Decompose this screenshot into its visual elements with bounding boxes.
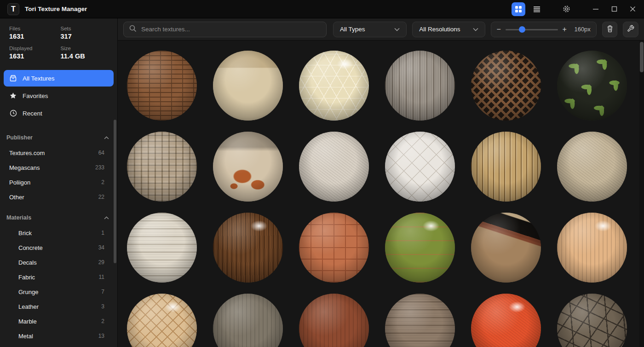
filter-item-decals[interactable]: Decals 29 xyxy=(0,255,117,270)
app-logo: T xyxy=(7,3,19,15)
maximize-button[interactable] xyxy=(607,2,621,16)
texture-item[interactable] xyxy=(127,132,197,202)
sidebar-scrollbar-thumb[interactable] xyxy=(114,120,116,263)
filter-item-leather[interactable]: Leather 3 xyxy=(0,299,117,314)
zoom-in-button[interactable]: + xyxy=(563,26,567,33)
sidebar-item-recent[interactable]: Recent xyxy=(4,105,114,121)
texture-item[interactable] xyxy=(299,51,369,121)
filter-item-concrete[interactable]: Concrete 34 xyxy=(0,240,117,255)
texture-thumbnail[interactable] xyxy=(127,51,197,121)
stat-label: Size xyxy=(61,46,109,51)
texture-item[interactable] xyxy=(213,51,283,121)
filter-item-label: Poliigon xyxy=(9,179,30,186)
texture-item[interactable] xyxy=(471,213,541,283)
texture-thumbnail[interactable] xyxy=(213,51,283,121)
filter-item-brick[interactable]: Brick 1 xyxy=(0,226,117,240)
texture-item[interactable] xyxy=(471,51,541,121)
filter-item-label: Concrete xyxy=(18,244,43,251)
texture-item[interactable] xyxy=(127,294,197,347)
texture-item[interactable] xyxy=(385,132,455,202)
delete-button[interactable] xyxy=(602,22,618,37)
texture-thumbnail[interactable] xyxy=(557,51,627,121)
texture-thumbnail[interactable] xyxy=(299,213,369,283)
filter-item-count: 2 xyxy=(101,179,104,185)
texture-thumbnail[interactable] xyxy=(385,132,455,202)
texture-item[interactable] xyxy=(557,132,627,202)
texture-thumbnail[interactable] xyxy=(127,132,197,202)
texture-thumbnail[interactable] xyxy=(299,294,369,347)
texture-item[interactable] xyxy=(127,213,197,283)
filter-item-count: 22 xyxy=(98,194,104,200)
texture-item[interactable] xyxy=(213,132,283,202)
filter-item-count: 11 xyxy=(99,274,104,280)
grid-scrollbar-thumb[interactable] xyxy=(640,42,644,72)
filter-item-poliigon[interactable]: Poliigon 2 xyxy=(0,175,117,190)
sidebar-item-all-textures[interactable]: All Textures xyxy=(4,70,114,87)
texture-thumbnail[interactable] xyxy=(471,213,541,283)
texture-item[interactable] xyxy=(213,294,283,347)
texture-thumbnail[interactable] xyxy=(299,132,369,202)
search-box[interactable] xyxy=(123,22,327,37)
texture-thumbnail[interactable] xyxy=(471,132,541,202)
sidebar-item-favorites[interactable]: Favorites xyxy=(4,87,114,104)
filter-item-metal[interactable]: Metal 13 xyxy=(0,329,117,343)
texture-thumbnail[interactable] xyxy=(471,51,541,121)
texture-thumbnail[interactable] xyxy=(385,213,455,283)
filter-item-nature[interactable]: Nature 7 xyxy=(0,343,117,347)
texture-thumbnail[interactable] xyxy=(471,294,541,347)
tools-button[interactable] xyxy=(623,22,638,37)
filter-item-textures-com[interactable]: Textures.com 64 xyxy=(0,145,117,160)
texture-item[interactable] xyxy=(385,294,455,347)
texture-thumbnail[interactable] xyxy=(213,294,283,347)
texture-item[interactable] xyxy=(385,213,455,283)
texture-item[interactable] xyxy=(299,213,369,283)
search-input[interactable] xyxy=(141,26,321,33)
filter-item-count: 7 xyxy=(101,289,104,295)
texture-thumbnail[interactable] xyxy=(127,213,197,283)
texture-thumbnail[interactable] xyxy=(557,294,627,347)
texture-thumbnail[interactable] xyxy=(213,132,283,202)
texture-item[interactable] xyxy=(557,213,627,283)
filter-item-other[interactable]: Other 22 xyxy=(0,190,117,204)
texture-thumbnail[interactable] xyxy=(385,294,455,347)
type-filter-dropdown[interactable]: All Types xyxy=(333,22,407,37)
section-header-publisher[interactable]: Publisher xyxy=(0,132,117,144)
texture-item[interactable] xyxy=(127,51,197,121)
filter-item-grunge[interactable]: Grunge 7 xyxy=(0,284,117,299)
texture-item[interactable] xyxy=(213,213,283,283)
texture-item[interactable] xyxy=(385,51,455,121)
texture-item[interactable] xyxy=(299,132,369,202)
texture-thumbnail[interactable] xyxy=(557,213,627,283)
texture-item[interactable] xyxy=(557,51,627,121)
titlebar: T Tori Texture Manager xyxy=(0,0,644,18)
section-header-materials[interactable]: Materials xyxy=(0,212,117,224)
texture-item[interactable] xyxy=(557,294,627,347)
thumbnail-zoom-control: − + 160px xyxy=(491,22,597,37)
texture-thumbnail[interactable] xyxy=(557,132,627,202)
section-items: Brick 1 Concrete 34 Decals 29 Fabric 11 … xyxy=(0,224,117,347)
close-button[interactable] xyxy=(626,2,639,16)
filter-item-count: 1 xyxy=(101,230,104,236)
sidebar-scrollbar[interactable] xyxy=(114,18,116,347)
list-view-button[interactable] xyxy=(530,2,544,16)
zoom-slider[interactable] xyxy=(506,26,558,33)
grid-view-button[interactable] xyxy=(512,2,525,16)
app-window: T Tori Texture Manager xyxy=(0,0,644,347)
filter-item-megascans[interactable]: Megascans 233 xyxy=(0,160,117,175)
settings-button[interactable] xyxy=(559,2,573,16)
filter-item-fabric[interactable]: Fabric 11 xyxy=(0,270,117,284)
texture-thumbnail[interactable] xyxy=(299,51,369,121)
texture-item[interactable] xyxy=(471,132,541,202)
filter-item-marble[interactable]: Marble 2 xyxy=(0,314,117,329)
zoom-slider-thumb[interactable] xyxy=(519,26,525,33)
resolution-filter-dropdown[interactable]: All Resolutions xyxy=(412,22,485,37)
texture-thumbnail[interactable] xyxy=(213,213,283,283)
zoom-out-button[interactable]: − xyxy=(497,26,501,33)
grid-scrollbar[interactable] xyxy=(639,40,644,347)
texture-item[interactable] xyxy=(471,294,541,347)
texture-thumbnail[interactable] xyxy=(127,294,197,347)
texture-grid xyxy=(118,40,644,347)
texture-thumbnail[interactable] xyxy=(385,51,455,121)
texture-item[interactable] xyxy=(299,294,369,347)
minimize-button[interactable] xyxy=(589,2,603,16)
